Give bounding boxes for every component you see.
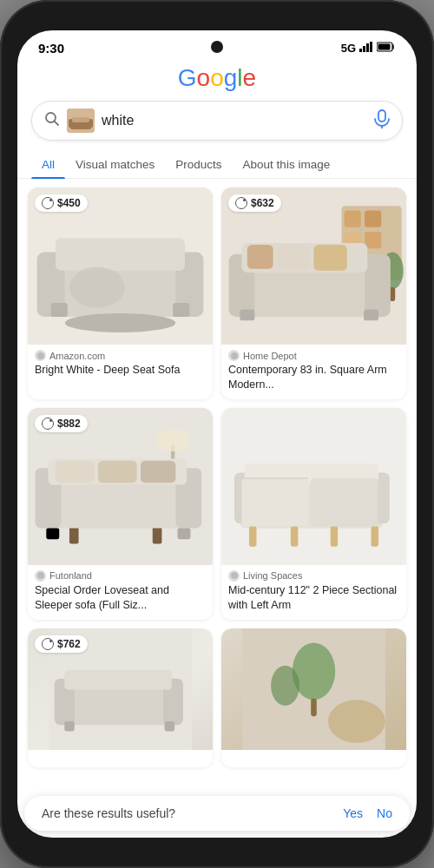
- svg-rect-28: [365, 232, 381, 248]
- svg-rect-20: [173, 303, 189, 317]
- status-icons: 5G: [341, 42, 396, 55]
- content-area: $450 Amazon.com Bright White - Deep Seat…: [17, 179, 417, 838]
- seller-icon-3: [35, 570, 46, 582]
- status-time: 9:30: [38, 41, 64, 56]
- product-card-4[interactable]: Living Spaces Mid-century 112" 2 Piece S…: [221, 408, 406, 620]
- tag-icon-3: [42, 418, 54, 430]
- price-badge-5: $762: [35, 635, 88, 653]
- product-image-5: $762: [28, 628, 213, 750]
- svg-rect-19: [51, 303, 68, 317]
- svg-rect-36: [364, 310, 378, 321]
- svg-rect-74: [64, 669, 172, 689]
- svg-rect-5: [378, 44, 391, 50]
- feedback-buttons: Yes No: [343, 806, 392, 820]
- phone-screen: 9:30 5G: [17, 30, 417, 838]
- svg-rect-62: [249, 526, 257, 546]
- svg-rect-11: [72, 117, 89, 122]
- price-badge-2: $632: [228, 194, 281, 212]
- svg-point-81: [271, 665, 299, 705]
- seller-name-3: Futonland: [49, 570, 92, 581]
- tab-visual-matches[interactable]: Visual matches: [65, 151, 165, 178]
- seller-row-2: Home Depot: [228, 350, 399, 361]
- product-image-1: $450: [28, 187, 213, 345]
- svg-rect-45: [69, 525, 79, 543]
- product-title-4: Mid-century 112" 2 Piece Sectional with …: [228, 583, 399, 613]
- svg-rect-0: [359, 49, 362, 52]
- product-card-3[interactable]: $882 Futonland Special Order Loveseat an…: [28, 408, 213, 620]
- svg-rect-31: [235, 266, 374, 318]
- svg-rect-52: [98, 461, 137, 483]
- svg-point-43: [156, 429, 189, 451]
- search-image-thumbnail: [67, 108, 95, 133]
- svg-point-40: [231, 352, 238, 359]
- price-badge-3: $882: [35, 415, 88, 432]
- svg-rect-26: [365, 211, 381, 227]
- svg-rect-80: [311, 698, 317, 716]
- svg-rect-66: [241, 478, 308, 526]
- svg-rect-76: [165, 721, 175, 732]
- search-bar[interactable]: white: [31, 101, 403, 141]
- svg-rect-3: [370, 42, 372, 52]
- seller-row-4: Living Spaces: [228, 570, 399, 582]
- svg-rect-75: [64, 721, 75, 732]
- feedback-bar: Are these results useful? Yes No: [24, 796, 410, 831]
- svg-rect-71: [60, 685, 178, 724]
- product-title-1: Bright White - Deep Seat Sofa: [35, 363, 206, 378]
- svg-point-69: [231, 572, 238, 579]
- svg-rect-55: [178, 528, 191, 539]
- signal-icon: [359, 42, 373, 55]
- product-card-6[interactable]: [221, 628, 406, 767]
- svg-rect-67: [311, 478, 378, 526]
- product-image-4: [221, 408, 406, 565]
- seller-row-1: Amazon.com: [35, 350, 206, 361]
- products-grid: $450 Amazon.com Bright White - Deep Seat…: [28, 187, 406, 767]
- feedback-yes-button[interactable]: Yes: [343, 806, 363, 820]
- svg-rect-51: [56, 461, 95, 483]
- svg-rect-8: [70, 121, 91, 128]
- svg-rect-1: [363, 46, 365, 52]
- svg-point-56: [37, 572, 44, 579]
- product-info-3: Futonland Special Order Loveseat and Sle…: [28, 565, 213, 620]
- g-letter-o2: o: [210, 64, 224, 91]
- product-image-2: $632: [221, 187, 406, 345]
- tab-all[interactable]: All: [31, 151, 65, 178]
- svg-rect-54: [46, 528, 59, 539]
- product-card-2[interactable]: $632 Home Depot Contemporary 83 in. Squa…: [221, 187, 406, 399]
- camera-notch: [211, 41, 223, 53]
- svg-rect-2: [366, 43, 369, 52]
- product-image-6: [221, 628, 406, 750]
- product-card-5[interactable]: $762: [28, 628, 213, 767]
- svg-rect-37: [277, 245, 310, 271]
- g-letter-g: G: [178, 64, 197, 91]
- g-letter-e: e: [243, 64, 257, 91]
- seller-name-4: Living Spaces: [243, 570, 303, 581]
- svg-rect-53: [141, 461, 175, 483]
- svg-point-78: [328, 700, 385, 742]
- svg-rect-46: [153, 525, 162, 543]
- price-badge-1: $450: [35, 194, 88, 212]
- search-icon: [44, 111, 60, 130]
- svg-rect-33: [365, 254, 391, 317]
- svg-point-22: [37, 352, 44, 359]
- product-card-1[interactable]: $450 Amazon.com Bright White - Deep Seat…: [28, 187, 213, 399]
- seller-row-3: Futonland: [35, 570, 206, 582]
- seller-icon-4: [228, 570, 240, 582]
- svg-rect-39: [247, 245, 273, 269]
- product-title-3: Special Order Loveseat and Sleeper sofa …: [35, 583, 206, 613]
- seller-name-1: Amazon.com: [49, 351, 105, 361]
- tabs-bar: All Visual matches Products About this i…: [17, 151, 417, 179]
- tab-about-image[interactable]: About this image: [233, 151, 341, 178]
- mic-icon[interactable]: [374, 109, 390, 132]
- feedback-no-button[interactable]: No: [377, 806, 392, 820]
- svg-rect-25: [345, 211, 361, 227]
- tag-icon-5: [42, 638, 54, 650]
- tag-icon-1: [42, 197, 54, 209]
- svg-rect-18: [56, 239, 185, 271]
- google-logo: Google: [17, 64, 417, 92]
- search-query-text: white: [102, 113, 367, 128]
- product-image-3: $882: [28, 408, 213, 565]
- svg-rect-47: [42, 477, 194, 529]
- seller-icon-2: [228, 350, 240, 361]
- seller-name-2: Home Depot: [243, 351, 297, 361]
- tab-products[interactable]: Products: [165, 151, 232, 178]
